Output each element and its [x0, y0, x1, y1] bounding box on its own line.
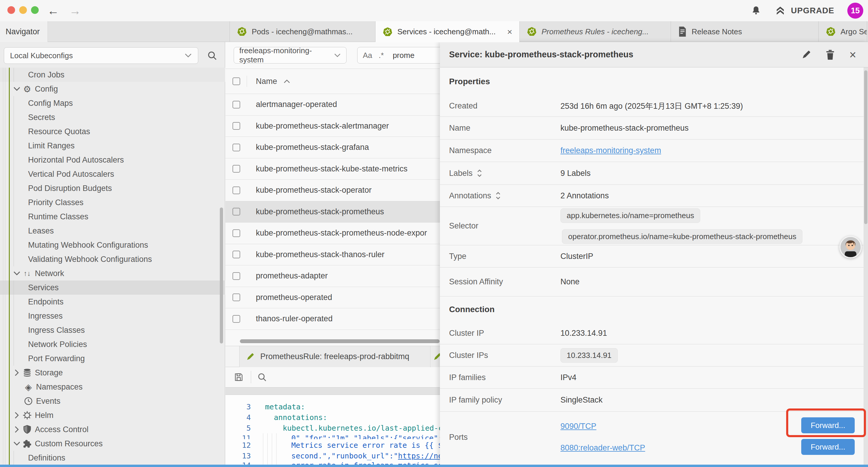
row-checkbox[interactable]: [232, 144, 240, 151]
sidebar-item-network-policies[interactable]: Network Policies: [0, 337, 225, 351]
close-icon[interactable]: ×: [849, 49, 856, 61]
code-link[interactable]: https://net: [398, 451, 440, 460]
row-checkbox[interactable]: [232, 293, 240, 301]
yaml-editor[interactable]: 3metadata:4annotations:5kubectl.kubernet…: [225, 395, 440, 465]
main-tab-5[interactable]: Argo Se: [819, 21, 867, 42]
sidebar-item-priority-classes[interactable]: Priority Classes: [0, 195, 225, 209]
chevron-right-icon[interactable]: [12, 411, 22, 419]
chevron-down-icon[interactable]: [12, 441, 22, 446]
row-checkbox[interactable]: [232, 208, 240, 215]
horizontal-scrollbar[interactable]: [240, 339, 440, 343]
editor-tab[interactable]: PrometheusRule: freeleaps-prod-rabbitmq: [239, 346, 430, 367]
search-icon[interactable]: [207, 50, 217, 61]
main-tab-2[interactable]: Services - icecheng@math...×: [375, 21, 520, 42]
traffic-light-zoom[interactable]: [31, 6, 39, 14]
row-checkbox[interactable]: [232, 229, 240, 237]
tab-close-icon[interactable]: ×: [507, 27, 512, 37]
detail-value: 10.233.14.91: [560, 344, 618, 366]
chevron-down-icon[interactable]: [12, 271, 22, 276]
sidebar-item-mutating-webhook-configurations[interactable]: Mutating Webhook Configurations: [0, 238, 225, 252]
table-row[interactable]: kube-prometheus-stack-thanos-ruler: [225, 244, 440, 266]
sidebar-item-storage[interactable]: Storage: [0, 366, 225, 380]
save-icon[interactable]: [234, 372, 244, 382]
match-case-toggle[interactable]: Aa: [363, 51, 372, 60]
notification-badge[interactable]: 15: [847, 3, 863, 19]
sidebar-item-helm[interactable]: Helm: [0, 408, 225, 422]
navigator-panel-tab[interactable]: Navigator: [0, 21, 48, 42]
main-tab-1[interactable]: Pods - icecheng@mathmas...: [229, 21, 375, 42]
sidebar-item-secrets[interactable]: Secrets: [0, 110, 225, 124]
row-checkbox[interactable]: [232, 186, 240, 194]
chevron-right-icon[interactable]: [12, 426, 22, 433]
edit-icon[interactable]: [802, 50, 811, 59]
main-tab-3[interactable]: Prometheus Rules - icecheng...: [520, 21, 671, 42]
main-tab-4[interactable]: Release Notes: [671, 21, 819, 42]
forward-button[interactable]: →: [69, 4, 81, 18]
sidebar-item-ingress-classes[interactable]: Ingress Classes: [0, 323, 225, 337]
row-checkbox[interactable]: [232, 315, 240, 323]
editor-line: 14error rate in freeleaps metrics ser: [225, 461, 440, 465]
sidebar-item-namespaces[interactable]: ◈Namespaces: [0, 380, 225, 394]
sidebar-item-endpoints[interactable]: Endpoints: [0, 295, 225, 309]
sidebar-item-cron-jobs[interactable]: Cron Jobs: [0, 68, 225, 82]
sidebar-scrollbar[interactable]: [220, 207, 223, 344]
sidebar-item-services[interactable]: Services: [0, 281, 225, 295]
chevron-down-icon[interactable]: [12, 87, 22, 91]
table-row[interactable]: kube-prometheus-stack-operator: [225, 180, 440, 201]
upgrade-button[interactable]: UPGRADE: [774, 5, 834, 16]
table-row[interactable]: kube-prometheus-stack-alertmanager: [225, 116, 440, 137]
sidebar-item-network[interactable]: ↑↓Network: [0, 266, 225, 281]
table-row[interactable]: kube-prometheus-stack-grafana: [225, 137, 440, 158]
row-checkbox[interactable]: [232, 251, 240, 258]
table-row[interactable]: kube-prometheus-stack-prometheus: [225, 201, 440, 223]
sidebar-item-events[interactable]: Events: [0, 394, 225, 408]
sidebar-item-pod-disruption-budgets[interactable]: Pod Disruption Budgets: [0, 181, 225, 195]
editor-tab-partial[interactable]: [431, 346, 440, 367]
regex-toggle[interactable]: .*: [379, 51, 384, 60]
sort-updown-icon[interactable]: [477, 169, 482, 177]
table-row[interactable]: alertmanager-operated: [225, 94, 440, 116]
sidebar-item-config-maps[interactable]: Config Maps: [0, 96, 225, 110]
editor-search-icon[interactable]: [257, 372, 267, 382]
list-search-input[interactable]: Aa .* prome: [357, 47, 446, 63]
traffic-light-close[interactable]: [7, 6, 15, 14]
sidebar-item-port-forwarding[interactable]: Port Forwarding: [0, 351, 225, 366]
sidebar-item-config[interactable]: ⚙Config: [0, 82, 225, 96]
sidebar-item-leases[interactable]: Leases: [0, 224, 225, 238]
assistant-avatar[interactable]: [839, 236, 862, 258]
port-link[interactable]: 9090/TCP: [560, 422, 596, 431]
drawer-scrollbar[interactable]: [864, 70, 867, 224]
row-checkbox[interactable]: [232, 101, 240, 109]
detail-link[interactable]: freeleaps-monitoring-system: [560, 146, 661, 155]
forward-button[interactable]: Forward...: [801, 439, 855, 455]
bell-icon[interactable]: [751, 5, 761, 16]
select-all-checkbox[interactable]: [232, 78, 240, 85]
sidebar-item-horizontal-pod-autoscalers[interactable]: Horizontal Pod Autoscalers: [0, 153, 225, 167]
table-row[interactable]: prometheus-operated: [225, 287, 440, 309]
back-button[interactable]: ←: [47, 4, 59, 18]
table-row[interactable]: thanos-ruler-operated: [225, 308, 440, 330]
port-link[interactable]: 8080:reloader-web/TCP: [560, 443, 645, 453]
sidebar-item-validating-webhook-configurations[interactable]: Validating Webhook Configurations: [0, 252, 225, 266]
sidebar-item-runtime-classes[interactable]: Runtime Classes: [0, 209, 225, 224]
row-checkbox[interactable]: [232, 122, 240, 130]
sidebar-item-custom-resources[interactable]: Custom Resources: [0, 437, 225, 451]
table-row[interactable]: kube-prometheus-stack-kube-state-metrics: [225, 158, 440, 180]
namespace-filter-select[interactable]: freeleaps-monitoring-system: [234, 47, 346, 63]
table-row[interactable]: kube-prometheus-stack-prometheus-node-ex…: [225, 223, 440, 244]
delete-icon[interactable]: [826, 50, 835, 60]
chevron-right-icon[interactable]: [12, 369, 22, 377]
table-row[interactable]: prometheus-adapter: [225, 265, 440, 287]
row-checkbox[interactable]: [232, 165, 240, 173]
traffic-light-minimize[interactable]: [19, 6, 27, 14]
sidebar-item-vertical-pod-autoscalers[interactable]: Vertical Pod Autoscalers: [0, 167, 225, 181]
sidebar-item-resource-quotas[interactable]: Resource Quotas: [0, 124, 225, 139]
sidebar-item-limit-ranges[interactable]: Limit Ranges: [0, 139, 225, 153]
sidebar-item-definitions[interactable]: Definitions: [0, 451, 225, 465]
row-checkbox[interactable]: [232, 272, 240, 280]
sidebar-item-ingresses[interactable]: Ingresses: [0, 309, 225, 323]
sidebar-item-access-control[interactable]: Access Control: [0, 422, 225, 437]
sort-updown-icon[interactable]: [495, 192, 501, 200]
name-column-header[interactable]: Name: [256, 77, 290, 86]
kubeconfig-selector[interactable]: Local Kubeconfigs: [4, 47, 198, 64]
